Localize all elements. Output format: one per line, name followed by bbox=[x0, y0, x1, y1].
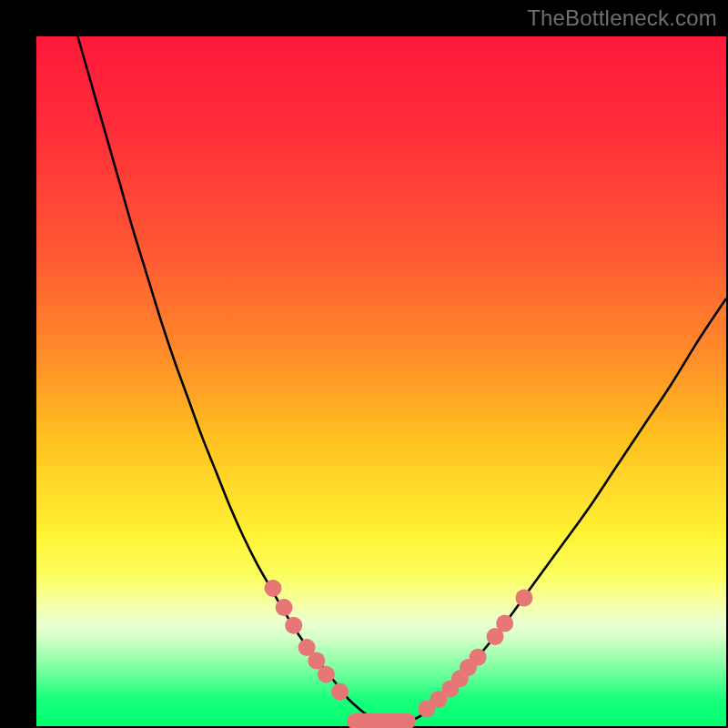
marker-right-8 bbox=[515, 590, 532, 607]
watermark-text: TheBottleneck.com bbox=[527, 5, 717, 31]
chart-frame: TheBottleneck.com bbox=[0, 0, 728, 728]
trough-pill bbox=[347, 713, 416, 728]
plot-area bbox=[36, 36, 726, 726]
chart-svg bbox=[36, 36, 726, 726]
bottleneck-curve bbox=[77, 36, 726, 723]
marker-right-7 bbox=[496, 615, 513, 632]
data-markers bbox=[264, 580, 532, 728]
marker-left-5 bbox=[318, 666, 335, 683]
marker-left-1 bbox=[276, 599, 293, 616]
marker-left-0 bbox=[264, 580, 281, 597]
marker-left-2 bbox=[285, 617, 302, 634]
marker-right-5 bbox=[470, 649, 487, 666]
marker-left-6 bbox=[331, 683, 349, 701]
